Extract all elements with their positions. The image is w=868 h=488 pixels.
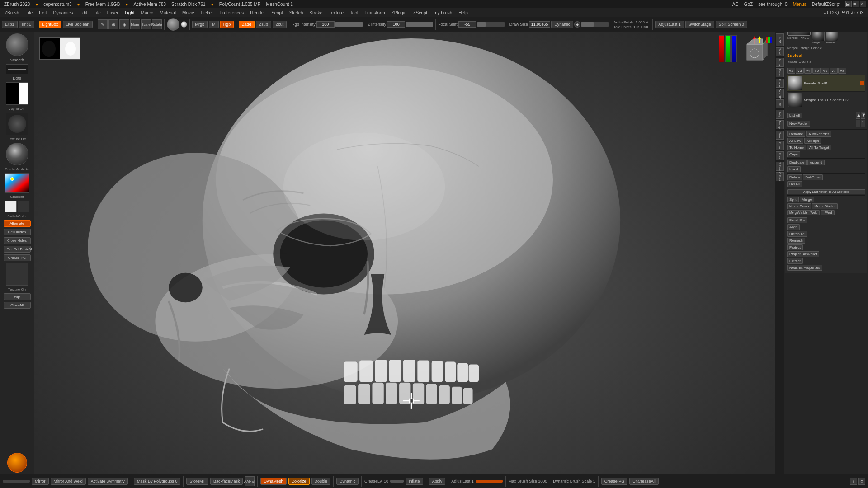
brush-preview[interactable] <box>6 33 28 56</box>
v7-btn[interactable]: V7 <box>830 68 838 74</box>
menu-dynamics[interactable]: Dynamics <box>52 10 75 16</box>
zcut-button[interactable]: Zcut <box>273 21 287 28</box>
zoom-icon-btn[interactable]: Zoom <box>776 141 784 150</box>
menu-edit[interactable]: Edit <box>37 10 48 16</box>
bottom-slider-1[interactable] <box>3 480 30 483</box>
all-to-target-button[interactable]: All To Target <box>807 145 831 150</box>
delete-button[interactable]: Delete <box>787 174 802 180</box>
align-button[interactable]: Align <box>787 224 800 230</box>
close-holes-button[interactable]: Close Holes <box>4 237 31 244</box>
duplicate-button[interactable]: Duplicate <box>787 160 807 165</box>
menu-zplugin[interactable]: ZPlugin <box>390 10 409 16</box>
menu-sketch[interactable]: Sketch <box>288 10 305 16</box>
list-arrow-up-icon[interactable]: ▲ <box>856 112 860 119</box>
color-dot-toolbar[interactable] <box>181 21 187 28</box>
icon-info-bottom[interactable]: i <box>850 478 857 485</box>
mirror-button[interactable]: Mirror <box>32 478 49 485</box>
copy-button[interactable]: Copy <box>787 151 800 157</box>
draw-size-lock-icon[interactable]: ● <box>574 21 580 28</box>
project-bas-relief-button[interactable]: Project BasRelief <box>787 251 819 257</box>
flip-button[interactable]: Flip <box>4 293 31 300</box>
mask-polygroups-button[interactable]: Mask By Polygroups 0 <box>134 478 181 485</box>
menu-script[interactable]: Script <box>269 10 285 16</box>
merge-down-button[interactable]: MergeDown <box>787 203 811 209</box>
bottom-sphere[interactable] <box>7 453 27 473</box>
menu-picker[interactable]: Picker <box>199 10 215 16</box>
all-low-button[interactable]: All Low <box>787 138 803 144</box>
icon-settings-bottom[interactable]: ⚙ <box>858 478 865 485</box>
menu-file[interactable]: File <box>24 10 34 16</box>
menu-see-through[interactable]: see-through: 0 <box>756 1 790 7</box>
v8-btn[interactable]: V8 <box>838 68 846 74</box>
menu-zscript[interactable]: ZScript <box>411 10 429 16</box>
foreground-color-swatch[interactable] <box>5 201 17 212</box>
subtool-merged-item[interactable]: Merged_PM3D_Sphere3D2 <box>787 92 865 108</box>
transp-icon-btn[interactable]: Transp <box>776 120 784 129</box>
all-high-button[interactable]: All High <box>804 138 821 144</box>
menu-zbrush[interactable]: ZBrush 2023 <box>2 1 32 7</box>
main-viewport[interactable] <box>34 32 775 474</box>
lightbox-button[interactable]: LightBox <box>39 21 61 28</box>
draw-size-val[interactable]: 11.90465 <box>529 21 551 28</box>
split-screen-btn[interactable]: Split Screen 0 <box>716 21 747 28</box>
z-intensity-slider[interactable] <box>406 22 433 27</box>
cpivot-icon-btn[interactable]: C.Pivot <box>776 172 784 181</box>
more-btn[interactable]: More <box>130 19 140 29</box>
redshift-props-button[interactable]: Redshift Properties <box>787 265 822 271</box>
dynamic-btn[interactable]: Dynamic <box>551 21 573 28</box>
menu-transform[interactable]: Transform <box>363 10 387 16</box>
solo-icon-btn[interactable]: Solo <box>776 131 784 140</box>
store-mt-button[interactable]: StoreMT <box>186 478 208 485</box>
dynamic-bottom-button[interactable]: Dynamic <box>336 478 359 485</box>
alpha-preview[interactable] <box>6 82 28 105</box>
merge-button[interactable]: Merge <box>800 197 815 202</box>
stroke-preview[interactable] <box>6 64 28 74</box>
v6-btn[interactable]: V6 <box>821 68 829 74</box>
imp1-button[interactable]: Imp1 <box>19 21 34 28</box>
mrgb-button[interactable]: Mrgb <box>192 21 208 28</box>
flat-col-button[interactable]: Flat Col BasicM <box>4 246 31 253</box>
menu-macro[interactable]: Macro <box>139 10 156 16</box>
scroll-icon-btn[interactable]: Scroll <box>776 47 784 56</box>
weld-button[interactable]: - Weld <box>821 210 834 215</box>
floor-icon-btn[interactable]: Floor <box>776 151 784 160</box>
apply-button[interactable]: Apply <box>429 478 446 485</box>
rotate-btn[interactable]: Rotate <box>152 19 162 29</box>
rename-button[interactable]: Rename <box>787 131 805 137</box>
subtool-skull-item[interactable]: Female_Skull1 <box>787 75 865 92</box>
activate-sym-button[interactable]: Activate Symmetry <box>88 478 128 485</box>
rgb-intensity-slider[interactable] <box>335 22 363 27</box>
m-button[interactable]: M <box>209 21 219 28</box>
to-home-button[interactable]: To Home <box>787 145 806 150</box>
menu-material[interactable]: Material <box>158 10 178 16</box>
del-hidden-button[interactable]: Del Hidden <box>4 229 31 235</box>
merge-similar-button[interactable]: MergeSimilar <box>812 203 838 209</box>
menu-render[interactable]: Render <box>248 10 267 16</box>
merge-visible-button[interactable]: MergeVisible - Weld <box>787 210 820 215</box>
icon-close-app[interactable]: × <box>860 1 866 7</box>
rgb-intensity-val[interactable]: 100 <box>316 21 335 28</box>
menu-file-star[interactable]: ● <box>33 1 40 7</box>
icon-layers[interactable]: ≡ <box>853 1 859 7</box>
insert-button[interactable]: Insert <box>787 166 801 172</box>
menu-zbrush2[interactable]: ZBrush <box>3 10 21 16</box>
project-button[interactable]: Project <box>787 244 803 250</box>
spivot-icon-btn[interactable]: S.Pivot <box>776 162 784 171</box>
color-gradient-picker[interactable] <box>5 173 29 193</box>
v2-btn[interactable]: V2 <box>787 68 795 74</box>
menu-help[interactable]: Help <box>457 10 470 16</box>
v5-btn[interactable]: V5 <box>812 68 821 74</box>
crease-pg-left-button[interactable]: Crease PG <box>4 254 31 261</box>
menu-texture[interactable]: Texture <box>327 10 345 16</box>
v4-btn[interactable]: V4 <box>804 68 812 74</box>
navigation-cube[interactable] <box>738 35 772 69</box>
scale-btn[interactable]: Scale <box>141 19 151 29</box>
focal-shift-slider[interactable] <box>477 22 505 27</box>
live-boolean-button[interactable]: Live Boolean <box>63 21 93 28</box>
split-button[interactable]: Split <box>787 197 799 202</box>
uncreaseall-button[interactable]: UnCreaseAll <box>629 478 659 485</box>
alternate-button[interactable]: Alternate <box>4 220 31 227</box>
menu-file2[interactable]: File <box>92 10 103 16</box>
aa-icon-btn[interactable]: AAHalf <box>245 476 255 486</box>
list-arrow-down-icon[interactable]: ▼ <box>861 112 865 119</box>
